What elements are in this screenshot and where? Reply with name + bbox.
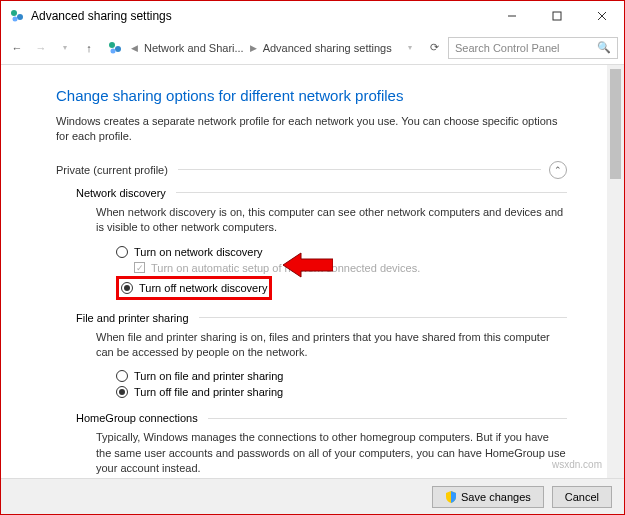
- svg-point-7: [109, 42, 115, 48]
- scrollbar[interactable]: [607, 65, 624, 478]
- breadcrumb[interactable]: ◀ Network and Shari... ▶ Advanced sharin…: [131, 42, 396, 54]
- radio-selected-icon: [121, 282, 133, 294]
- checkbox-icon: ✓: [134, 262, 145, 273]
- highlight-box: Turn off network discovery: [116, 276, 272, 300]
- recent-dropdown[interactable]: ▾: [55, 38, 75, 58]
- forward-button[interactable]: →: [31, 38, 51, 58]
- network-discovery-header: Network discovery: [76, 187, 567, 199]
- minimize-button[interactable]: [489, 1, 534, 31]
- scrollbar-thumb[interactable]: [610, 69, 621, 179]
- radio-nd-off[interactable]: Turn off network discovery: [121, 280, 267, 296]
- save-changes-button[interactable]: Save changes: [432, 486, 544, 508]
- breadcrumb-dropdown[interactable]: ▾: [400, 38, 420, 58]
- file-printer-desc: When file and printer sharing is on, fil…: [96, 330, 567, 361]
- chevron-right-icon: ▶: [250, 43, 257, 53]
- radio-nd-on[interactable]: Turn on network discovery: [116, 244, 567, 260]
- file-printer-header: File and printer sharing: [76, 312, 567, 324]
- chevron-up-icon[interactable]: ⌃: [549, 161, 567, 179]
- svg-point-2: [13, 17, 18, 22]
- close-button[interactable]: [579, 1, 624, 31]
- network-sharing-icon: [9, 8, 25, 24]
- search-icon: 🔍: [597, 41, 611, 54]
- cancel-button[interactable]: Cancel: [552, 486, 612, 508]
- profile-label: Private (current profile): [56, 164, 168, 176]
- network-sharing-icon: [107, 40, 123, 56]
- svg-point-8: [115, 46, 121, 52]
- svg-point-0: [11, 10, 17, 16]
- radio-fp-on[interactable]: Turn on file and printer sharing: [116, 368, 567, 384]
- refresh-button[interactable]: ⟳: [424, 41, 444, 54]
- homegroup-header: HomeGroup connections: [76, 412, 567, 424]
- network-discovery-desc: When network discovery is on, this compu…: [96, 205, 567, 236]
- svg-rect-4: [553, 12, 561, 20]
- titlebar: Advanced sharing settings: [1, 1, 624, 31]
- radio-selected-icon: [116, 386, 128, 398]
- checkbox-auto-setup: ✓ Turn on automatic setup of network con…: [116, 260, 567, 276]
- window-title: Advanced sharing settings: [31, 9, 489, 23]
- homegroup-desc: Typically, Windows manages the connectio…: [96, 430, 567, 476]
- svg-point-9: [111, 48, 116, 53]
- page-heading: Change sharing options for different net…: [56, 87, 567, 104]
- svg-marker-10: [283, 253, 333, 277]
- radio-fp-off[interactable]: Turn off file and printer sharing: [116, 384, 567, 400]
- chevron-left-icon: ◀: [131, 43, 138, 53]
- shield-icon: [445, 491, 457, 503]
- radio-icon: [116, 370, 128, 382]
- up-button[interactable]: ↑: [79, 38, 99, 58]
- search-placeholder: Search Control Panel: [455, 42, 560, 54]
- profile-section-header[interactable]: Private (current profile) ⌃: [56, 161, 567, 179]
- navbar: ← → ▾ ↑ ◀ Network and Shari... ▶ Advance…: [1, 31, 624, 65]
- watermark: wsxdn.com: [552, 459, 602, 470]
- breadcrumb-item[interactable]: Advanced sharing settings: [263, 42, 392, 54]
- window: Advanced sharing settings ← → ▾ ↑ ◀ Netw…: [0, 0, 625, 515]
- annotation-arrow-icon: [283, 251, 333, 281]
- footer: Save changes Cancel: [1, 478, 624, 514]
- svg-point-1: [17, 14, 23, 20]
- breadcrumb-item[interactable]: Network and Shari...: [144, 42, 244, 54]
- maximize-button[interactable]: [534, 1, 579, 31]
- back-button[interactable]: ←: [7, 38, 27, 58]
- radio-icon: [116, 246, 128, 258]
- page-description: Windows creates a separate network profi…: [56, 114, 567, 145]
- search-input[interactable]: Search Control Panel 🔍: [448, 37, 618, 59]
